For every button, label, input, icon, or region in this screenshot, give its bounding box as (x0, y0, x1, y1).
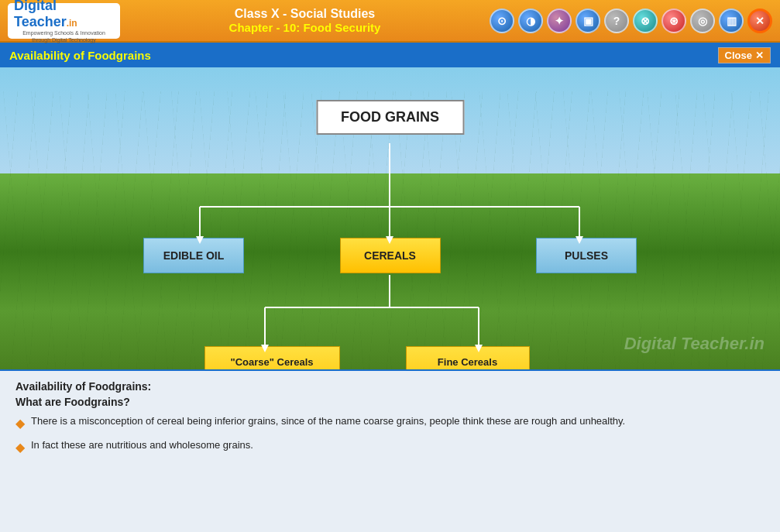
close-label: Close (725, 50, 752, 61)
coarse-cereals-box: "Coarse" Cereals(Eg:Jowar,Ragi Bajraand … (204, 346, 340, 369)
bullet-text-2: In fact these are nutritious and wholeso… (31, 438, 253, 452)
nav-btn-5[interactable]: ? (604, 9, 629, 33)
nav-btn-1[interactable]: ⊙ (490, 9, 514, 33)
app-header: Digital Teacher.in Empowering Schools & … (0, 0, 780, 43)
bullet-text-1: There is a misconception of cereal being… (31, 414, 625, 428)
header-nav: ⊙ ◑ ✦ ▣ ? ⊗ ⊛ ◎ ▥ ✕ (490, 9, 772, 33)
logo-domain: .in (67, 18, 77, 29)
pulses-box: PULSES (536, 238, 637, 273)
class-title: Class X - Social Studies (120, 7, 490, 21)
bullet-item-1: ◆ There is a misconception of cereal bei… (15, 414, 765, 432)
question-title: What are Foodgrains? (15, 396, 765, 408)
logo-digital: Digital Teacher (14, 0, 67, 29)
header-center: Class X - Social Studies Chapter - 10: F… (120, 7, 490, 34)
cereals-box: CEREALS (340, 238, 441, 273)
nav-btn-2[interactable]: ◑ (518, 9, 543, 33)
nav-btn-7[interactable]: ⊛ (661, 9, 686, 33)
nav-btn-4[interactable]: ▣ (576, 9, 600, 33)
close-button[interactable]: Close ✕ (718, 47, 771, 63)
close-icon: ✕ (755, 50, 764, 61)
nav-btn-8[interactable]: ◎ (690, 9, 715, 33)
edible-oil-box: EDIBLE OIL (143, 238, 244, 273)
close-nav-btn[interactable]: ✕ (747, 9, 772, 33)
sub-header-title: Availability of Foodgrains (9, 49, 151, 62)
section-title: Availability of Foodgrains: (15, 380, 765, 393)
bullet-icon-1: ◆ (15, 415, 25, 432)
text-area: Availability of Foodgrains: What are Foo… (0, 369, 780, 532)
logo: Digital Teacher.in Empowering Schools & … (8, 3, 120, 39)
bullet-item-2: ◆ In fact these are nutritious and whole… (15, 438, 765, 456)
logo-text: Digital Teacher.in (14, 0, 114, 30)
sub-header: Availability of Foodgrains Close ✕ (0, 43, 780, 67)
bullet-icon-2: ◆ (15, 439, 25, 456)
food-grains-box: FOOD GRAINS (316, 100, 464, 135)
nav-btn-9[interactable]: ▥ (719, 9, 744, 33)
logo-subtitle: Empowering Schools & Innovation through … (14, 30, 114, 43)
chapter-title: Chapter - 10: Food Security (120, 21, 490, 34)
nav-btn-6[interactable]: ⊗ (633, 9, 658, 33)
fine-cereals-box: Fine Cereals(Eg:Rice and Wheat) (406, 346, 530, 369)
diagram-area: Digital Teacher.in FOOD GRAINS EDIBLE OI… (0, 67, 780, 369)
nav-btn-3[interactable]: ✦ (547, 9, 572, 33)
diagram-container: FOOD GRAINS EDIBLE OIL CEREALS PULSES "C… (0, 67, 780, 369)
